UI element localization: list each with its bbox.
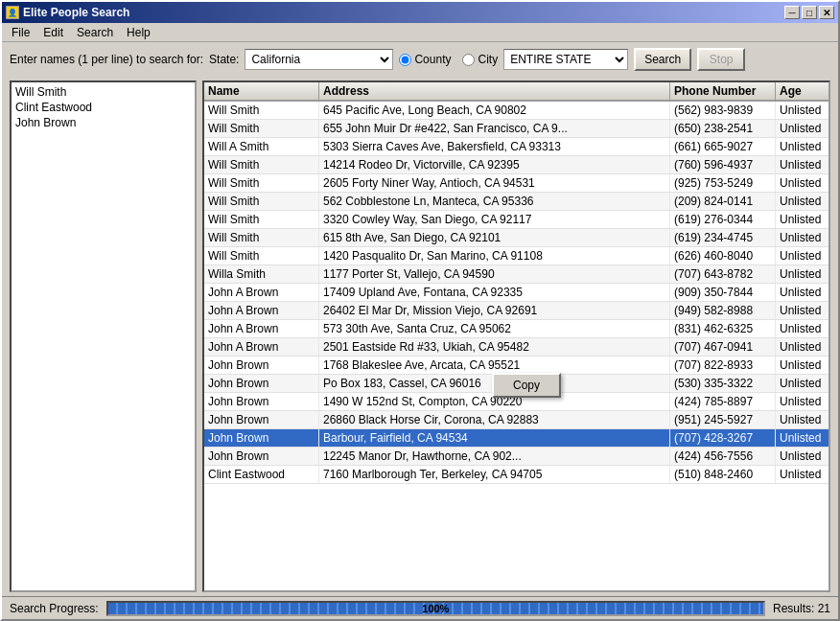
table-row[interactable]: Will Smith615 8th Ave, San Diego, CA 921… [204,229,828,247]
toolbar: Enter names (1 per line) to search for: … [2,42,838,77]
cell-name: John Brown [204,448,319,465]
table-row[interactable]: Will Smith14214 Rodeo Dr, Victorville, C… [204,156,828,174]
cell-address: 2501 Eastside Rd #33, Ukiah, CA 95482 [319,338,670,356]
city-label: City [478,53,498,66]
table-row[interactable]: John BrownBarbour, Fairfield, CA 94534(7… [204,429,828,448]
table-row[interactable]: John Brown12245 Manor Dr, Hawthorne, CA … [204,448,828,466]
progress-label: Search Progress: [10,602,99,615]
table-row[interactable]: Will Smith3320 Cowley Way, San Diego, CA… [204,211,828,229]
menu-search[interactable]: Search [71,24,119,41]
cell-phone: (760) 596-4937 [670,156,776,173]
col-name[interactable]: Name [204,82,319,100]
cell-address: 615 8th Ave, San Diego, CA 92101 [319,229,670,246]
city-radio-option[interactable]: City [462,53,498,66]
table-row[interactable]: Will Smith562 Cobblestone Ln, Manteca, C… [204,193,828,211]
cell-name: John Brown [204,375,319,392]
cell-age: Unlisted [776,338,828,356]
name-list-item[interactable]: Will Smith [13,84,193,100]
cell-age: Unlisted [776,247,828,264]
name-list-item[interactable]: John Brown [13,115,193,130]
col-address[interactable]: Address [319,82,670,100]
minimize-button[interactable]: ─ [784,6,800,19]
cell-address: 26402 El Mar Dr, Mission Viejo, CA 92691 [319,302,670,319]
table-body[interactable]: Will Smith645 Pacific Ave, Long Beach, C… [204,102,828,590]
table-row[interactable]: John Brown26860 Black Horse Cir, Corona,… [204,411,828,429]
cell-age: Unlisted [776,429,828,447]
cell-name: John Brown [204,393,319,410]
cell-age: Unlisted [776,229,828,246]
cell-name: John A Brown [204,338,319,356]
table-row[interactable]: Clint Eastwood7160 Marlborough Ter, Berk… [204,466,828,484]
cell-age: Unlisted [776,156,828,173]
county-dropdown[interactable]: ENTIRE STATE [503,49,628,70]
context-menu: Copy [492,373,561,398]
results-panel: Name Address Phone Number Age Will Smith… [202,80,830,592]
cell-phone: (707) 643-8782 [670,265,776,283]
county-radio[interactable] [399,54,411,66]
status-bar: Search Progress: 100% Results: 21 [2,596,838,619]
cell-age: Unlisted [776,448,828,465]
cell-name: Will Smith [204,193,319,210]
names-panel[interactable]: Will SmithClint EastwoodJohn Brown [10,80,197,592]
cell-phone: (619) 276-0344 [670,211,776,228]
menu-file[interactable]: File [6,24,35,41]
close-button[interactable]: ✕ [819,6,834,19]
cell-age: Unlisted [776,466,828,483]
cell-phone: (424) 785-8897 [670,393,776,410]
col-phone[interactable]: Phone Number [670,82,776,100]
context-menu-item-copy[interactable]: Copy [494,375,559,396]
table-row[interactable]: Will Smith1420 Pasqualito Dr, San Marino… [204,247,828,265]
cell-age: Unlisted [776,138,828,155]
state-dropdown[interactable]: California [245,49,393,70]
cell-address: 1420 Pasqualito Dr, San Marino, CA 91108 [319,247,670,264]
col-age[interactable]: Age [776,82,828,100]
cell-address: 12245 Manor Dr, Hawthorne, CA 902... [319,448,670,465]
cell-address: 655 John Muir Dr #e422, San Francisco, C… [319,120,670,137]
search-button[interactable]: Search [634,48,691,71]
cell-phone: (707) 467-0941 [670,338,776,356]
maximize-button[interactable]: □ [802,6,817,19]
cell-phone: (707) 822-8933 [670,356,776,374]
name-list-item[interactable]: Clint Eastwood [13,100,193,115]
cell-phone: (650) 238-2541 [670,120,776,137]
cell-age: Unlisted [776,411,828,428]
table-row[interactable]: John A Brown2501 Eastside Rd #33, Ukiah,… [204,338,828,356]
cell-address: 573 30th Ave, Santa Cruz, CA 95062 [319,320,670,337]
table-row[interactable]: Will Smith645 Pacific Ave, Long Beach, C… [204,102,828,120]
cell-address: 2605 Forty Niner Way, Antioch, CA 94531 [319,174,670,192]
table-row[interactable]: Will Smith2605 Forty Niner Way, Antioch,… [204,174,828,193]
cell-name: Will Smith [204,174,319,192]
cell-phone: (925) 753-5249 [670,174,776,192]
cell-age: Unlisted [776,375,828,392]
table-row[interactable]: Willa Smith1177 Porter St, Vallejo, CA 9… [204,265,828,284]
cell-name: Will Smith [204,120,319,137]
menu-edit[interactable]: Edit [37,24,69,41]
stop-button[interactable]: Stop [697,48,745,71]
main-window: 👤 Elite People Search ─ □ ✕ File Edit Se… [0,0,840,621]
cell-phone: (949) 582-8988 [670,302,776,319]
table-row[interactable]: Will Smith655 John Muir Dr #e422, San Fr… [204,120,828,138]
table-row[interactable]: John A Brown573 30th Ave, Santa Cruz, CA… [204,320,828,338]
cell-phone: (619) 234-4745 [670,229,776,246]
city-radio[interactable] [462,54,475,66]
cell-address: 5303 Sierra Caves Ave, Bakersfield, CA 9… [319,138,670,155]
progress-text: 100% [108,603,763,614]
cell-address: 14214 Rodeo Dr, Victorville, CA 92395 [319,156,670,173]
county-radio-option[interactable]: County [399,53,451,66]
cell-name: John Brown [204,429,319,447]
cell-age: Unlisted [776,120,828,137]
cell-name: John A Brown [204,320,319,337]
menu-help[interactable]: Help [121,24,156,41]
cell-phone: (661) 665-9027 [670,138,776,155]
table-row[interactable]: Will A Smith5303 Sierra Caves Ave, Baker… [204,138,828,156]
table-row[interactable]: John A Brown17409 Upland Ave, Fontana, C… [204,284,828,302]
cell-address: 645 Pacific Ave, Long Beach, CA 90802 [319,102,670,119]
cell-phone: (626) 460-8040 [670,247,776,264]
table-row[interactable]: John A Brown26402 El Mar Dr, Mission Vie… [204,302,828,320]
cell-phone: (209) 824-0141 [670,193,776,210]
cell-address: 17409 Upland Ave, Fontana, CA 92335 [319,284,670,301]
cell-address: 3320 Cowley Way, San Diego, CA 92117 [319,211,670,228]
cell-name: Will A Smith [204,138,319,155]
cell-name: John Brown [204,356,319,374]
cell-address: 1177 Porter St, Vallejo, CA 94590 [319,265,670,283]
